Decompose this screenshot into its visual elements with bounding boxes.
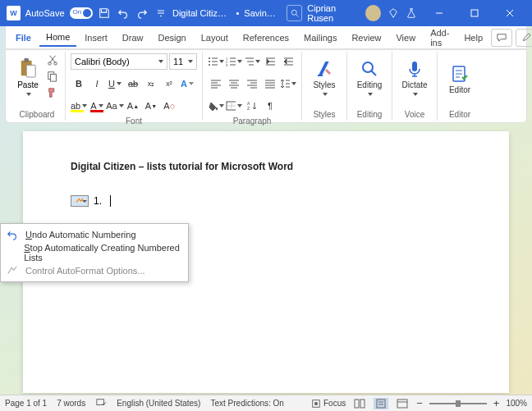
subscript-button[interactable]: x₂ (143, 75, 159, 92)
zoom-out-button[interactable]: − (416, 397, 423, 409)
zoom-slider[interactable] (429, 403, 487, 404)
align-center-button[interactable] (226, 75, 242, 92)
tab-view[interactable]: View (389, 30, 422, 46)
tab-draw[interactable]: Draw (116, 30, 150, 46)
clear-formatting-button[interactable]: A◇ (161, 98, 177, 114)
format-painter-icon[interactable] (45, 86, 60, 99)
svg-rect-4 (26, 65, 35, 77)
svg-point-0 (291, 10, 296, 15)
group-clipboard: Paste Clipboard (9, 52, 66, 121)
svg-rect-24 (355, 400, 359, 408)
minimize-button[interactable] (424, 0, 454, 26)
autosave-toggle[interactable]: On (70, 7, 93, 19)
tab-home[interactable]: Home (39, 29, 76, 47)
tab-addins[interactable]: Add-ins (424, 25, 456, 51)
close-button[interactable] (495, 0, 525, 26)
strikethrough-button[interactable]: ab (125, 75, 141, 92)
svg-rect-3 (24, 58, 29, 62)
tab-insert[interactable]: Insert (78, 30, 114, 46)
group-font: Calibri (Body) 11 B I U ab x₂ x² A ab A … (66, 52, 203, 121)
status-predictions[interactable]: Text Predictions: On (210, 399, 283, 408)
change-case-button[interactable]: Aa (107, 98, 123, 114)
svg-point-9 (209, 57, 210, 59)
zoom-in-button[interactable]: + (493, 397, 500, 409)
read-mode-button[interactable] (352, 398, 367, 409)
editing-button[interactable]: Editing (352, 53, 387, 104)
title-bar: W AutoSave On Digital Citizen... • Savin… (0, 0, 532, 26)
web-layout-button[interactable] (395, 398, 410, 409)
word-app-icon: W (7, 6, 21, 21)
diamond-icon[interactable] (386, 7, 400, 20)
user-avatar[interactable] (365, 5, 381, 21)
tab-design[interactable]: Design (151, 30, 192, 46)
menu-control-autoformat[interactable]: Control AutoFormat Options... (1, 262, 188, 280)
status-spellcheck-icon[interactable] (95, 398, 107, 409)
document-heading: Digital Citizen – lists tutorial for Mic… (71, 161, 461, 172)
ribbon: Paste Clipboard Calibri (Body) 11 B I U … (5, 49, 527, 123)
show-marks-button[interactable]: ¶ (262, 98, 278, 114)
zoom-level[interactable]: 100% (506, 399, 527, 408)
italic-button[interactable]: I (89, 75, 105, 92)
superscript-button[interactable]: x² (161, 75, 177, 92)
text-effects-button[interactable]: A (179, 75, 195, 92)
shading-button[interactable] (208, 98, 224, 114)
tab-mailings[interactable]: Mailings (297, 30, 343, 46)
svg-rect-8 (50, 74, 56, 81)
flask-icon[interactable] (405, 7, 419, 20)
redo-icon[interactable] (135, 7, 149, 20)
copy-icon[interactable] (45, 70, 60, 83)
multilevel-list-button[interactable] (244, 53, 260, 70)
shrink-font-button[interactable]: A▼ (143, 98, 159, 114)
styles-button[interactable]: Styles (307, 53, 342, 104)
bullets-button[interactable] (208, 53, 224, 70)
status-page[interactable]: Page 1 of 1 (5, 399, 47, 408)
document-title[interactable]: Digital Citizen... (172, 8, 231, 18)
comments-button[interactable] (491, 29, 512, 47)
status-bar: Page 1 of 1 7 words English (United Stat… (0, 395, 532, 411)
underline-button[interactable]: U (107, 75, 123, 92)
align-right-button[interactable] (244, 75, 260, 92)
print-layout-button[interactable] (374, 398, 388, 409)
cut-icon[interactable] (45, 53, 60, 66)
tab-file[interactable]: File (9, 30, 38, 46)
group-label-voice: Voice (397, 110, 432, 121)
autocorrect-smart-tag[interactable] (71, 195, 89, 207)
grow-font-button[interactable]: A▲ (125, 98, 141, 114)
justify-button[interactable] (262, 75, 278, 92)
svg-point-11 (209, 64, 210, 66)
blank-icon (6, 246, 17, 259)
tab-references[interactable]: References (236, 30, 296, 46)
list-item-1: 1. (71, 195, 461, 207)
save-icon[interactable] (98, 7, 112, 20)
editor-button[interactable]: Editor (443, 53, 477, 104)
dictate-button[interactable]: Dictate (397, 53, 432, 104)
highlight-button[interactable]: ab (71, 98, 87, 114)
increase-indent-button[interactable] (280, 53, 296, 70)
decrease-indent-button[interactable] (262, 53, 278, 70)
font-family-select[interactable]: Calibri (Body) (71, 53, 167, 70)
editing-mode-button[interactable]: Editing (516, 29, 532, 47)
tab-layout[interactable]: Layout (195, 30, 235, 46)
search-button[interactable] (287, 5, 302, 21)
user-name[interactable]: Ciprian Rusen (307, 3, 360, 23)
undo-icon[interactable] (116, 7, 130, 20)
font-size-select[interactable]: 11 (169, 53, 197, 70)
tab-help[interactable]: Help (457, 30, 489, 46)
maximize-button[interactable] (459, 0, 489, 26)
tab-review[interactable]: Review (345, 30, 388, 46)
group-label-editor: Editor (443, 110, 477, 121)
borders-button[interactable] (226, 98, 242, 114)
numbering-button[interactable]: 123 (226, 53, 242, 70)
sort-button[interactable]: AZ (244, 98, 260, 114)
align-left-button[interactable] (208, 75, 224, 92)
menu-stop-auto-lists[interactable]: Stop Automatically Creating Numbered Lis… (1, 244, 188, 262)
bold-button[interactable]: B (71, 75, 87, 92)
status-words[interactable]: 7 words (57, 399, 85, 408)
status-language[interactable]: English (United States) (117, 399, 200, 408)
paste-button[interactable]: Paste (14, 53, 42, 103)
menu-undo-auto-numbering[interactable]: Undo Automatic Numbering (1, 226, 188, 244)
qat-overflow-icon[interactable] (154, 7, 167, 20)
focus-mode-button[interactable]: Focus (311, 399, 346, 409)
font-color-button[interactable]: A (89, 98, 105, 114)
line-spacing-button[interactable] (280, 75, 296, 92)
